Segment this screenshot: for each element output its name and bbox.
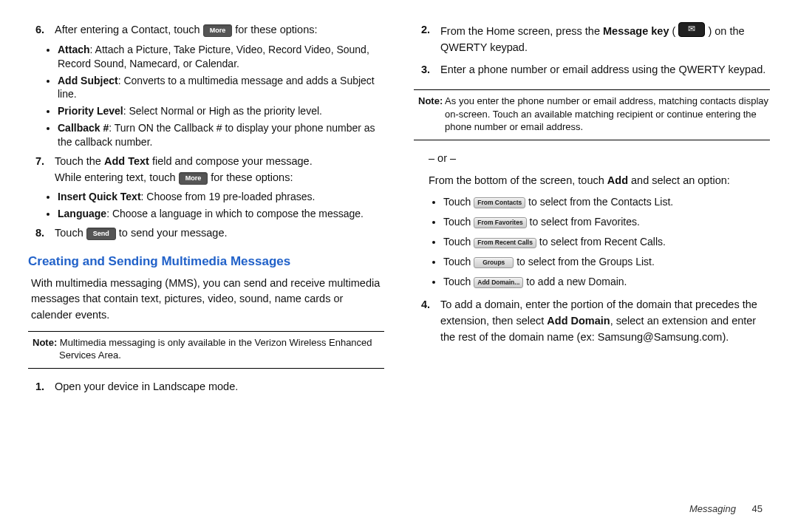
list-item: Add Subject: Converts to a multimedia me… xyxy=(58,74,384,102)
step-number: 4. xyxy=(414,297,433,345)
bullet-label: Attach xyxy=(58,44,90,55)
step-number: 3. xyxy=(414,62,433,78)
text: Touch xyxy=(443,216,474,228)
text: to select from the Groups List. xyxy=(514,256,655,267)
from-recent-calls-button-icon: From Recent Calls xyxy=(474,238,536,248)
note-box: Note: Multimedia messaging is only avail… xyxy=(28,331,384,369)
send-button-icon: Send xyxy=(86,228,116,240)
step-number: 7. xyxy=(28,154,47,186)
text: From the bottom of the screen, touch xyxy=(429,174,607,186)
text: for these options: xyxy=(235,24,317,35)
list-item: Priority Level: Select Normal or High as… xyxy=(58,104,384,118)
step-body: Touch the Add Text field and compose you… xyxy=(55,154,384,186)
step-number: 1. xyxy=(28,379,47,395)
text: Touch xyxy=(443,196,474,208)
message-key-icon xyxy=(678,22,705,37)
or-text: – or – xyxy=(429,151,770,167)
text: for these options: xyxy=(211,171,293,183)
step-number: 8. xyxy=(28,225,47,242)
step-3: 3. Enter a phone number or email address… xyxy=(414,62,770,78)
text: to select from the Contacts List. xyxy=(525,196,673,208)
list-item: Touch Groups to select from the Groups L… xyxy=(443,254,770,270)
page-footer: Messaging 45 xyxy=(689,502,763,516)
text: Touch the xyxy=(55,155,104,167)
list-item: Insert Quick Text: Choose from 19 pre-lo… xyxy=(58,190,384,204)
step-body: Open your device in Landscape mode. xyxy=(55,379,384,395)
bullet-label: Priority Level xyxy=(58,105,123,117)
right-column: 2. From the Home screen, press the Messa… xyxy=(414,22,770,400)
note-label: Note: xyxy=(33,337,57,348)
section-heading: Creating and Sending Multimedia Messages xyxy=(28,252,384,271)
step-body: From the Home screen, press the Message … xyxy=(440,22,770,56)
step-8: 8. Touch Send to send your message. xyxy=(28,225,384,242)
step-6-bullets: Attach: Attach a Picture, Take Picture, … xyxy=(28,43,384,149)
text: Touch xyxy=(443,236,474,248)
step-body: Touch Send to send your message. xyxy=(55,225,384,242)
step-1: 1. Open your device in Landscape mode. xyxy=(28,379,384,395)
step-7-bullets: Insert Quick Text: Choose from 19 pre-lo… xyxy=(28,190,384,221)
groups-button-icon: Groups xyxy=(474,257,514,268)
step-2: 2. From the Home screen, press the Messa… xyxy=(414,22,770,56)
bullet-label: Language xyxy=(58,208,106,219)
from-contacts-button-icon: From Contacts xyxy=(474,197,525,208)
text: to select from Favorites. xyxy=(527,216,640,228)
list-item: Touch From Favorites to select from Favo… xyxy=(443,214,770,230)
step-7: 7. Touch the Add Text field and compose … xyxy=(28,154,384,186)
step-body: To add a domain, enter the portion of th… xyxy=(440,297,770,345)
list-item: Language: Choose a language in which to … xyxy=(58,207,384,221)
footer-section: Messaging xyxy=(689,503,736,514)
note-text: As you enter the phone number or email a… xyxy=(443,95,768,132)
list-item: Touch From Contacts to select from the C… xyxy=(443,194,770,210)
section-paragraph: With multimedia messaging (MMS), you can… xyxy=(31,276,384,324)
text: field and compose your message. xyxy=(149,155,313,167)
or-paragraph: From the bottom of the screen, touch Add… xyxy=(429,173,770,189)
bold-text: Message key xyxy=(603,25,669,37)
step-body: After entering a Contact, touch More for… xyxy=(55,22,384,38)
list-item: Attach: Attach a Picture, Take Picture, … xyxy=(58,43,384,71)
footer-page-number: 45 xyxy=(752,503,763,514)
step-number: 2. xyxy=(414,22,433,56)
add-domain-button-icon: Add Domain... xyxy=(474,277,523,288)
text: From the Home screen, press the xyxy=(440,25,603,37)
list-item: Callback #: Turn ON the Callback # to di… xyxy=(58,121,384,149)
text: to add a new Domain. xyxy=(523,276,627,287)
list-item: Touch From Recent Calls to select from R… xyxy=(443,234,770,250)
more-button-icon: More xyxy=(179,172,208,185)
bullet-label: Insert Quick Text xyxy=(58,191,141,202)
list-item: Touch Add Domain... to add a new Domain. xyxy=(443,274,770,290)
text: to select from Recent Calls. xyxy=(536,236,666,248)
bold-text: Add xyxy=(607,174,628,186)
note-text: Multimedia messaging is only available i… xyxy=(57,337,372,361)
bullet-text: : Choose a language in which to compose … xyxy=(106,208,364,219)
text: While entering text, touch xyxy=(55,171,179,183)
step-4: 4. To add a domain, enter the portion of… xyxy=(414,297,770,345)
step-body: Enter a phone number or email address us… xyxy=(440,62,770,78)
step-6: 6. After entering a Contact, touch More … xyxy=(28,22,384,38)
bold-text: Add Domain xyxy=(547,315,610,327)
step-number: 6. xyxy=(28,22,47,38)
text: to send your message. xyxy=(119,227,228,239)
bold-text: Add Text xyxy=(104,155,149,167)
text: Touch xyxy=(443,276,474,287)
text: Touch xyxy=(55,227,86,239)
bullet-label: Add Subject xyxy=(58,75,118,86)
text: and select an option: xyxy=(628,174,730,186)
text: Touch xyxy=(443,256,474,267)
bullet-text: : Choose from 19 pre-loaded phrases. xyxy=(141,191,316,202)
page-content: 6. After entering a Contact, touch More … xyxy=(0,0,798,415)
text: ( xyxy=(669,25,678,37)
bullet-text: : Select Normal or High as the priority … xyxy=(123,105,322,117)
text: After entering a Contact, touch xyxy=(55,24,203,35)
bullet-label: Callback # xyxy=(58,122,109,134)
touch-options-list: Touch From Contacts to select from the C… xyxy=(414,194,770,290)
bullet-text: : Attach a Picture, Take Picture, Video,… xyxy=(58,44,369,69)
from-favorites-button-icon: From Favorites xyxy=(474,217,526,228)
left-column: 6. After entering a Contact, touch More … xyxy=(28,22,384,400)
note-label: Note: xyxy=(418,95,443,106)
note-box: Note: As you enter the phone number or e… xyxy=(414,89,770,140)
more-button-icon: More xyxy=(203,24,233,37)
